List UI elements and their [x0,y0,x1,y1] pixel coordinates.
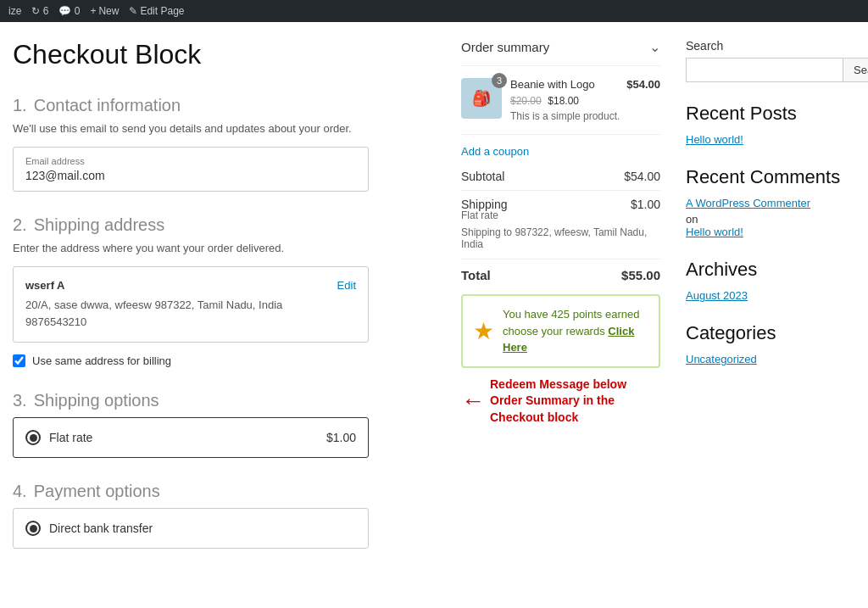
admin-refresh: ↻ 6 [31,5,48,17]
recent-comment-1: A WordPress Commenter on Hello world! [686,197,855,238]
archives-section: Archives August 2023 [686,259,855,302]
rewards-star-icon: ★ [473,317,494,345]
comment-post-link[interactable]: Hello world! [686,226,855,238]
rewards-text: You have 425 points earned choose your r… [503,306,648,356]
edit-page-button[interactable]: ✎ Edit Page [129,5,184,17]
shipping-option-box[interactable]: Flat rate $1.00 [13,417,369,458]
address-box: wserf A Edit 20/A, sase dwwa, wfeesw 987… [13,266,369,343]
shipping-sub-label: Flat rate [461,209,498,221]
page-wrapper: Checkout Block 1. Contact information We… [0,22,868,566]
total-value: $55.00 [621,268,660,282]
new-button[interactable]: + New [90,5,119,17]
address-phone: 9876543210 [25,314,356,331]
subtotal-row: Subtotal $54.00 [461,170,660,191]
sidebar: Search Search Recent Posts Hello world! … [686,39,855,549]
product-image-wrap: 🎒 3 [461,78,502,119]
page-title: Checkout Block [13,39,436,70]
recent-post-1[interactable]: Hello world! [686,133,855,146]
payment-option-label: Direct bank transfer [49,522,153,535]
recent-posts-section: Recent Posts Hello world! [686,103,855,146]
comment-on-text: on [686,213,698,226]
product-new-price: $18.00 [548,95,579,107]
step3-number: 3. [13,391,27,410]
red-arrow-icon: ← [461,389,485,413]
email-label: Email address [25,156,356,166]
step2-title: Shipping address [34,215,165,235]
search-row: Search [686,58,855,82]
step2-number: 2. [13,215,27,235]
order-summary-col: Order summary ⌄ 🎒 3 Beanie with Logo $54… [461,39,660,549]
address-name: wserf A [25,279,64,292]
total-row: Total $55.00 [461,268,660,282]
step1-label: 1. Contact information [13,96,436,115]
search-section: Search Search [686,39,855,82]
step4-label: 4. Payment options [13,482,436,501]
archive-august-2023[interactable]: August 2023 [686,289,855,302]
shipping-note: Shipping to 987322, wfeesw, Tamil Nadu, … [461,226,660,259]
step3-label: 3. Shipping options [13,391,436,410]
chevron-up-icon[interactable]: ⌄ [649,39,660,55]
commenter-link[interactable]: A WordPress Commenter [686,197,855,209]
subtotal-label: Subtotal [461,170,504,183]
admin-size: ize [8,5,21,17]
step3-title: Shipping options [34,391,159,410]
subtotal-value: $54.00 [624,170,660,183]
same-address-checkbox[interactable] [13,354,25,367]
product-old-price: $20.00 [510,95,542,107]
step4-title: Payment options [34,482,160,501]
payment-radio[interactable] [25,521,41,536]
step2-label: 2. Shipping address [13,215,436,235]
total-label: Total [461,268,491,282]
shipping-radio[interactable] [25,430,41,445]
main-content: Checkout Block 1. Contact information We… [13,39,436,549]
payment-option-box[interactable]: Direct bank transfer [13,508,369,549]
product-qty-badge: 3 [492,73,507,88]
search-input[interactable] [686,58,843,82]
rewards-banner: ★ You have 425 points earned choose your… [461,294,660,368]
shipping-option-price: $1.00 [326,431,356,444]
product-name: Beanie with Logo [510,78,595,91]
product-details: Beanie with Logo $54.00 $20.00 $18.00 Th… [510,78,660,122]
annotation-row: ← Redeem Message below Order Summary in … [461,377,660,427]
step2-desc: Enter the address where you want your or… [13,242,436,254]
recent-comments-title: Recent Comments [686,166,855,188]
admin-bar: ize ↻ 6 💬 0 + New ✎ Edit Page [0,0,868,22]
product-desc: This is a simple product. [510,110,660,122]
order-summary-title: Order summary [461,40,549,54]
recent-posts-title: Recent Posts [686,103,855,125]
step4-number: 4. [13,482,27,501]
annotation-text: Redeem Message below Order Summary in th… [490,377,660,427]
shipping-sub-row: Flat rate [461,209,660,221]
shipping-option-label: Flat rate [49,431,92,444]
step1-number: 1. [13,96,27,115]
add-coupon-link[interactable]: Add a coupon [461,134,660,158]
category-uncategorized[interactable]: Uncategorized [686,353,855,365]
search-button[interactable]: Search [843,58,868,82]
archives-title: Archives [686,259,855,281]
recent-comments-section: Recent Comments A WordPress Commenter on… [686,166,855,238]
admin-comments: 💬 0 [58,5,80,17]
categories-section: Categories Uncategorized [686,322,855,365]
address-edit-link[interactable]: Edit [337,279,356,292]
email-field-box: Email address [13,147,369,192]
order-summary-header: Order summary ⌄ [461,39,660,66]
address-line: 20/A, sase dwwa, wfeesw 987322, Tamil Na… [25,297,356,314]
step1-title: Contact information [34,96,181,115]
step1-desc: We'll use this email to send you details… [13,122,436,135]
product-row: 🎒 3 Beanie with Logo $54.00 $20.00 $18.0… [461,78,660,122]
email-input[interactable] [25,169,356,182]
product-price: $54.00 [626,78,660,91]
same-address-label: Use same address for billing [32,354,171,367]
categories-title: Categories [686,322,855,344]
shipping-value: $1.00 [631,198,660,211]
same-address-check: Use same address for billing [13,354,436,367]
search-label: Search [686,39,855,53]
